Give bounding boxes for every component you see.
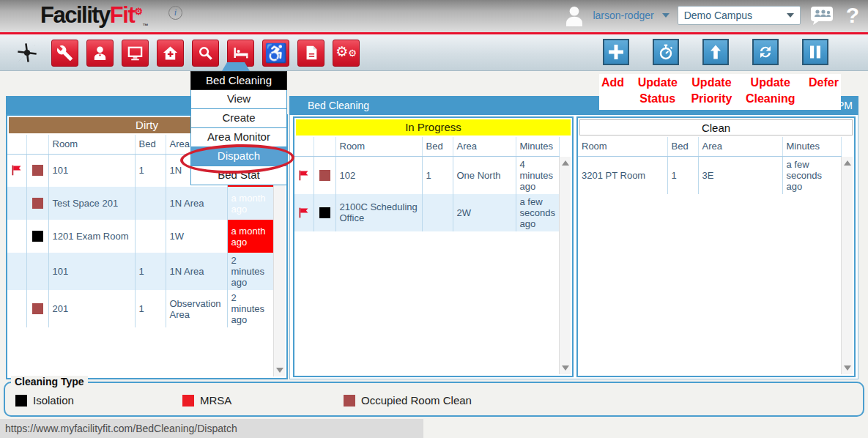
- user-avatar-icon: [564, 4, 585, 26]
- table-header-row: Room Bed Area Minutes: [294, 137, 560, 156]
- mrsa-color-square: [182, 395, 194, 407]
- table-row[interactable]: 201 1 Observation Area 2 minutes ago: [7, 290, 274, 327]
- cell-bed: 1: [135, 290, 166, 327]
- accessibility-button[interactable]: ♿: [262, 40, 289, 67]
- col-bed[interactable]: Bed: [135, 135, 166, 154]
- stopwatch-icon: [657, 43, 675, 61]
- update-status-button[interactable]: [653, 39, 679, 65]
- cell-minutes: 2 minutes ago: [227, 253, 274, 290]
- update-priority-button[interactable]: [702, 39, 729, 65]
- scroll-down-icon[interactable]: [276, 368, 283, 373]
- cell-area: 1N Area: [166, 253, 227, 290]
- cleaning-type-square: [32, 303, 43, 314]
- cell-minutes: a month ago: [227, 187, 274, 220]
- menu-item-create[interactable]: Create: [190, 109, 287, 128]
- annotation-update-cleaning: UpdateCleaning: [746, 75, 795, 109]
- in-progress-table: Room Bed Area Minutes 102 1 One North 4 …: [294, 137, 560, 231]
- cell-minutes: 2 minutes ago: [227, 290, 274, 327]
- flag-icon: [297, 207, 310, 219]
- username-label[interactable]: larson-rodger: [593, 10, 653, 21]
- cell-bed: 1: [135, 253, 166, 290]
- campus-select[interactable]: Demo Campus: [678, 6, 801, 25]
- col-bed[interactable]: Bed: [422, 137, 453, 156]
- legend-label: Occupied Room Clean: [361, 394, 472, 407]
- logo-text-black: Facility: [40, 2, 110, 28]
- clean-table: Room Bed Area Minutes 3201 PT Room 1 3E …: [578, 137, 842, 194]
- annotation-update-status: UpdateStatus: [638, 75, 678, 109]
- wheelchair-icon: ♿: [264, 45, 287, 61]
- campus-select-caret-icon: [787, 13, 794, 18]
- facility-button[interactable]: [157, 40, 184, 67]
- plus-icon: [607, 43, 625, 61]
- annotation-defer: Defer: [809, 75, 839, 109]
- scroll-down-icon[interactable]: [562, 365, 569, 371]
- add-button[interactable]: [603, 39, 629, 65]
- campus-select-value: Demo Campus: [684, 10, 752, 21]
- table-row[interactable]: 101 1 1N Area 2 minutes ago: [7, 253, 274, 290]
- reports-button[interactable]: [297, 40, 324, 67]
- legend-label: Isolation: [33, 394, 74, 407]
- col-minutes[interactable]: Minutes: [782, 137, 842, 156]
- settings-button[interactable]: ⚙⚙: [333, 40, 360, 67]
- cell-room: 101: [48, 154, 135, 187]
- legend-label: MRSA: [200, 394, 231, 407]
- staff-button[interactable]: [86, 40, 114, 67]
- scroll-up-icon[interactable]: [844, 160, 851, 166]
- cleaning-type-square: [319, 207, 330, 218]
- bed-icon: [232, 44, 250, 62]
- user-menu-caret-icon[interactable]: [662, 13, 669, 18]
- col-bed[interactable]: Bed: [667, 137, 698, 156]
- col-room[interactable]: Room: [335, 137, 422, 156]
- logo-trademark: ™: [143, 23, 149, 29]
- table-row[interactable]: 102 1 One North 4 minutes ago: [294, 156, 560, 194]
- table-row[interactable]: 2100C Scheduling Office 2W a few seconds…: [294, 194, 560, 231]
- search-button[interactable]: [192, 40, 219, 67]
- col-room[interactable]: Room: [48, 135, 135, 154]
- person-icon: [92, 45, 108, 62]
- table-row[interactable]: 1201 Exam Room 1W a month ago: [7, 220, 274, 253]
- in-progress-grid-header: In Progress: [296, 119, 571, 136]
- cell-area: Observation Area: [166, 290, 227, 327]
- defer-button[interactable]: [802, 39, 828, 65]
- help-button[interactable]: ?: [843, 4, 862, 26]
- monitor-button[interactable]: [122, 40, 149, 67]
- legend-item-isolation: Isolation: [15, 394, 74, 407]
- col-room[interactable]: Room: [578, 137, 667, 156]
- cell-minutes: 4 minutes ago: [516, 156, 560, 194]
- cell-room: 2100C Scheduling Office: [335, 194, 422, 231]
- cell-room: 101: [48, 253, 135, 290]
- cleaning-type-square: [32, 165, 43, 176]
- cell-area: 3E: [698, 156, 782, 194]
- update-cleaning-button[interactable]: [752, 39, 779, 65]
- table-row[interactable]: 3201 PT Room 1 3E a few seconds ago: [578, 156, 842, 194]
- col-area[interactable]: Area: [453, 137, 516, 156]
- scrollbar[interactable]: [841, 157, 853, 374]
- cell-room: Test Space 201: [48, 187, 135, 220]
- legend-title: Cleaning Type: [11, 376, 88, 387]
- home-add-icon: [162, 45, 179, 62]
- scrollbar[interactable]: [273, 155, 285, 376]
- menu-item-view[interactable]: View: [190, 90, 287, 109]
- maintenance-button[interactable]: [51, 40, 78, 67]
- scrollbar[interactable]: [559, 157, 571, 374]
- cleaning-type-square: [32, 231, 43, 242]
- table-header-row: Room Bed Area Minutes: [578, 137, 842, 156]
- status-bar-url: https://www.myfacilityfit.com/BedCleanin…: [0, 419, 423, 438]
- scroll-up-icon[interactable]: [562, 160, 569, 166]
- chat-icon[interactable]: [809, 4, 835, 26]
- cell-bed: 1: [667, 156, 698, 194]
- cleaning-type-square: [319, 170, 330, 181]
- col-area[interactable]: Area: [698, 137, 782, 156]
- compass-icon[interactable]: [12, 39, 42, 67]
- info-icon[interactable]: i: [168, 6, 182, 20]
- table-row[interactable]: Test Space 201 1N Area a month ago: [7, 187, 274, 220]
- cell-bed: [135, 187, 166, 220]
- app-logo: FacilityFit⚙™: [40, 2, 149, 29]
- cell-minutes: a few seconds ago: [782, 156, 842, 194]
- pause-icon: [806, 43, 824, 61]
- refresh-icon: [757, 43, 774, 61]
- logo-gear-icon: ⚙: [134, 6, 143, 17]
- scroll-down-icon[interactable]: [844, 365, 851, 371]
- col-minutes[interactable]: Minutes: [516, 137, 560, 156]
- bed-cleaning-window: Bed Cleaning PM In Progress Room Bed Are…: [289, 96, 858, 379]
